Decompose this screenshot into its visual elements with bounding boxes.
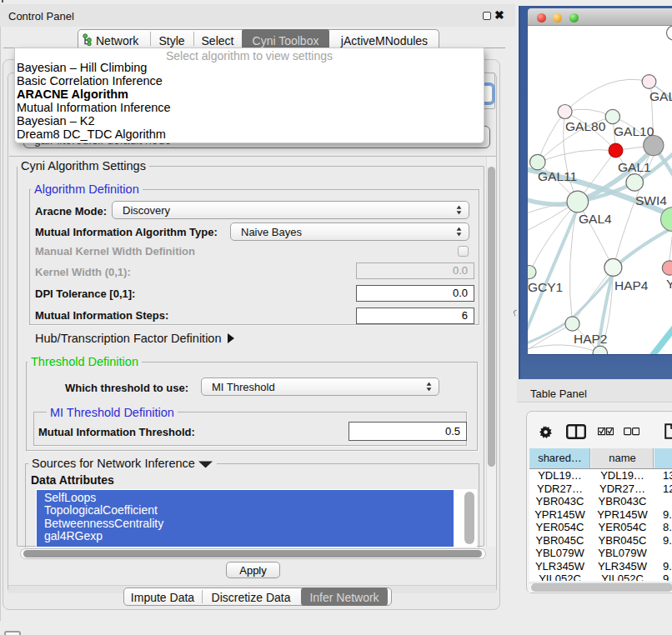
svg-text:SWI4: SWI4 bbox=[635, 193, 667, 208]
svg-text:GAL10: GAL10 bbox=[614, 124, 654, 138]
svg-text:GAL80: GAL80 bbox=[565, 119, 606, 133]
svg-text:HAP2: HAP2 bbox=[574, 332, 608, 346]
svg-text:YJ: YJ bbox=[666, 277, 672, 291]
svg-text:GAL1: GAL1 bbox=[618, 160, 651, 174]
svg-text:GCY1: GCY1 bbox=[528, 280, 563, 294]
svg-text:GAL4: GAL4 bbox=[579, 212, 612, 226]
svg-text:GAL11: GAL11 bbox=[538, 169, 577, 183]
svg-text:GAL7: GAL7 bbox=[649, 89, 672, 103]
svg-text:HAP4: HAP4 bbox=[614, 278, 649, 292]
